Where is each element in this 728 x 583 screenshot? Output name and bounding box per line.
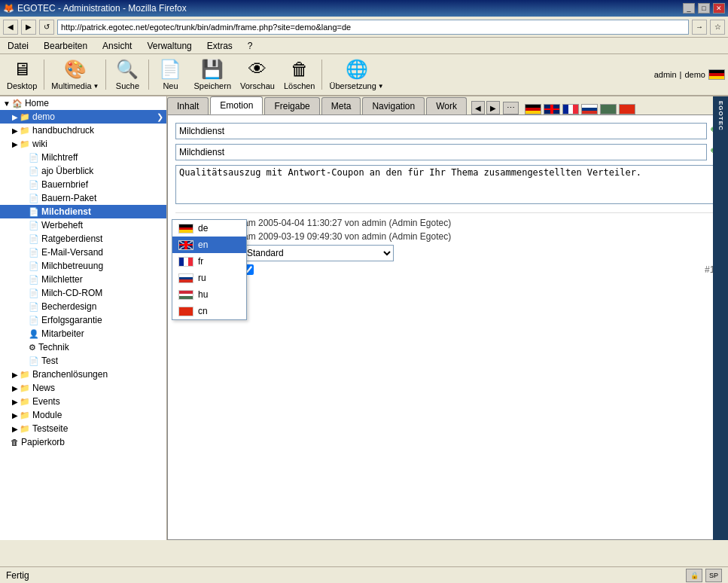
translate-button[interactable]: 🌐 Übersetzung ▼	[325, 55, 387, 94]
tree-item-milchtreff[interactable]: ▶ 📄 Milchtreff	[0, 151, 166, 164]
close-button[interactable]: ✕	[713, 3, 725, 14]
field1-input[interactable]	[175, 123, 707, 139]
tab-meta[interactable]: Meta	[321, 97, 361, 114]
bookmark-button[interactable]: ☆	[710, 20, 725, 35]
save-label: Speichern	[193, 81, 231, 90]
tab-overflow-button[interactable]: ⋯	[503, 102, 519, 114]
changed-value: am 2009-03-19 09:49:30 von admin (Admin …	[243, 231, 451, 242]
menu-bearbeiten[interactable]: Bearbeiten	[39, 39, 92, 53]
tree-item-wiki[interactable]: ▶ 📁 wiki	[0, 137, 166, 151]
pagetype-select[interactable]: Standard	[243, 245, 394, 261]
flag-hu	[178, 290, 193, 300]
tree-events-icon: 📁	[20, 397, 30, 407]
tree-item-papierkorb[interactable]: ▶ 🗑 Papierkorb	[0, 435, 166, 449]
tree-item-events[interactable]: ▶ 📁 Events	[0, 395, 166, 408]
tree-item-erfolgsgarantie[interactable]: ▶ 📄 Erfolgsgarantie	[0, 313, 166, 327]
lang-item-cn[interactable]: cn	[172, 303, 246, 319]
tab-flag-hu[interactable]	[600, 104, 617, 114]
tab-navigation[interactable]: Navigation	[362, 97, 425, 114]
separator1	[44, 60, 44, 90]
tree-item-werbeheft[interactable]: ▶ 📄 Werbeheft	[0, 218, 166, 232]
tree-item-email-versand[interactable]: ▶ 📄 E-Mail-Versand	[0, 246, 166, 259]
tab-next-button[interactable]: ▶	[486, 101, 500, 114]
lang-item-de[interactable]: de	[172, 220, 246, 237]
description-textarea[interactable]: Qualitätsauszug mit Antwort-Coupon an de…	[175, 165, 720, 204]
new-button[interactable]: 📄 Neu	[152, 55, 188, 94]
tab-flag-en[interactable]	[544, 104, 560, 114]
preview-button[interactable]: 👁 Vorschau	[236, 55, 279, 94]
tree-item-ajo[interactable]: ▶ 📄 ajo Überblick	[0, 164, 166, 178]
tree-item-bauern-paket[interactable]: ▶ 📄 Bauern-Paket	[0, 191, 166, 205]
multimedia-button[interactable]: 🎨 Multimedia ▼	[47, 55, 102, 94]
tab-work[interactable]: Work	[426, 97, 467, 114]
tree-item-bauernbrief[interactable]: ▶ 📄 Bauernbrief	[0, 178, 166, 191]
tree-item-milchdienst[interactable]: ▶ 📄 Milchdienst	[0, 205, 166, 218]
tree-item-ratgeberdienst[interactable]: ▶ 📄 Ratgeberdienst	[0, 232, 166, 246]
tree-ratgeberdienst-icon: 📄	[29, 234, 39, 244]
separator4	[321, 60, 322, 90]
tree-bauernbrief-label: Bauernbrief	[41, 179, 88, 190]
tree-item-demo[interactable]: ▶ 📁 demo ❯	[0, 110, 166, 124]
menu-help[interactable]: ?	[243, 39, 257, 53]
delete-button[interactable]: 🗑 Löschen	[280, 55, 319, 94]
tree-item-branchenloesungen[interactable]: ▶ 📁 Branchenlösungen	[0, 368, 166, 381]
tree-milchletter-label: Milchletter	[41, 274, 83, 285]
separator3	[148, 60, 149, 90]
main-layout: ▼ 🏠 Home ▶ 📁 demo ❯ ▶ 📁 handbuchdruck ▶ …	[0, 96, 728, 540]
save-icon: 💾	[201, 59, 224, 80]
tree-item-testseite[interactable]: ▶ 📁 Testseite	[0, 422, 166, 435]
lang-item-en[interactable]: en	[172, 237, 246, 253]
tree-item-test[interactable]: ▶ 📄 Test	[0, 354, 166, 368]
back-button[interactable]: ◀	[3, 20, 18, 35]
tab-freigabe[interactable]: Freigabe	[264, 97, 319, 114]
url-input[interactable]	[57, 20, 689, 35]
tree-events-label: Events	[32, 396, 60, 407]
tree-item-becherdesign[interactable]: ▶ 📄 Becherdesign	[0, 300, 166, 313]
tab-emotion[interactable]: Emotion	[210, 96, 263, 114]
tab-prev-button[interactable]: ◀	[471, 101, 485, 114]
maximize-button[interactable]: □	[698, 3, 710, 14]
tree-item-handbuchdruck[interactable]: ▶ 📁 handbuchdruck	[0, 124, 166, 137]
tab-inhalt[interactable]: Inhalt	[167, 97, 209, 114]
title-bar-controls[interactable]: _ □ ✕	[683, 3, 725, 14]
reload-button[interactable]: ↺	[39, 20, 54, 35]
tree-item-module[interactable]: ▶ 📁 Module	[0, 408, 166, 422]
tree-item-news[interactable]: ▶ 📁 News	[0, 381, 166, 395]
tree-expand-news: ▶	[12, 384, 18, 392]
multimedia-label-row: Multimedia ▼	[51, 81, 99, 90]
lang-dropdown: de en fr ru hu cn	[172, 219, 247, 320]
tree-root[interactable]: ▼ 🏠 Home	[0, 96, 166, 110]
tree-item-milchletter[interactable]: ▶ 📄 Milchletter	[0, 273, 166, 286]
search-button[interactable]: 🔍 Suche	[109, 55, 145, 94]
tree-item-mitarbeiter[interactable]: ▶ 👤 Mitarbeiter	[0, 327, 166, 340]
tree-werbeheft-icon: 📄	[29, 221, 39, 230]
tree-milchtreff-label: Milchtreff	[41, 152, 78, 163]
field1-row: ✎	[175, 123, 720, 139]
tab-flag-ru[interactable]	[581, 104, 598, 114]
tree-papierkorb-icon: 🗑	[11, 438, 19, 447]
desktop-button[interactable]: 🖥 Desktop	[3, 55, 41, 94]
menu-ansicht[interactable]: Ansicht	[98, 39, 136, 53]
new-label: Neu	[163, 81, 178, 90]
go-button[interactable]: →	[692, 20, 707, 35]
lang-item-ru[interactable]: ru	[172, 270, 246, 286]
forward-button[interactable]: ▶	[21, 20, 36, 35]
tree-module-icon: 📁	[20, 411, 30, 420]
field2-input[interactable]	[175, 144, 707, 160]
tree-item-milch-cd[interactable]: ▶ 📄 Milch-CD-ROM	[0, 286, 166, 300]
tree-item-technik[interactable]: ▶ ⚙ Technik	[0, 340, 166, 354]
menu-datei[interactable]: Datei	[3, 39, 33, 53]
tab-flag-fr[interactable]	[562, 104, 579, 114]
tab-flag-cn[interactable]	[619, 104, 635, 114]
save-button[interactable]: 💾 Speichern	[190, 55, 235, 94]
menu-verwaltung[interactable]: Verwaltung	[142, 39, 196, 53]
menu-extras[interactable]: Extras	[203, 39, 237, 53]
tree-item-milchbetreuung[interactable]: ▶ 📄 Milchbetreuung	[0, 259, 166, 273]
tree-module-label: Module	[32, 410, 62, 420]
lang-item-fr[interactable]: fr	[172, 253, 246, 270]
tab-flag-de[interactable]	[525, 104, 541, 114]
search-icon: 🔍	[116, 59, 139, 80]
lang-item-hu[interactable]: hu	[172, 286, 246, 303]
new-icon: 📄	[159, 59, 181, 80]
minimize-button[interactable]: _	[683, 3, 695, 14]
